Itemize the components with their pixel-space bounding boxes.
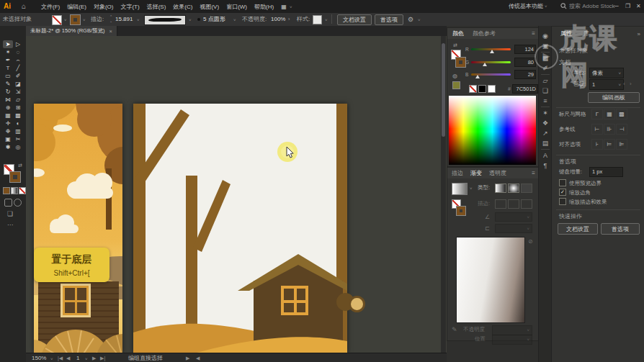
tool-pen[interactable]: ✒ bbox=[3, 56, 13, 64]
tool-artboard[interactable]: ▣ bbox=[3, 135, 13, 143]
artboard-number[interactable]: 1 bbox=[76, 356, 79, 361]
stroke-swatch[interactable] bbox=[71, 15, 80, 24]
pixel-grid-icon[interactable]: ▩ bbox=[616, 109, 627, 119]
white-swatch[interactable] bbox=[488, 85, 496, 93]
panel-menu-icon[interactable]: ≡ bbox=[532, 170, 535, 176]
tool-width[interactable]: ⋈ bbox=[3, 96, 13, 104]
opacity-value[interactable]: 100% bbox=[271, 17, 285, 22]
value-g[interactable]: 80 bbox=[514, 58, 536, 67]
snap-point-icon[interactable]: ⊫ bbox=[616, 139, 627, 150]
character-icon[interactable]: A bbox=[540, 151, 551, 160]
ruler-icon[interactable]: Γ bbox=[591, 109, 603, 119]
first-artboard-icon[interactable]: |◀ bbox=[58, 356, 63, 361]
menu-select[interactable]: 选择(S) bbox=[143, 3, 170, 11]
gradient-thumb-chevron-icon[interactable]: ˅ bbox=[470, 186, 473, 191]
asset-export-icon[interactable]: ↗ bbox=[540, 129, 551, 137]
panel-stroke-swatch[interactable] bbox=[456, 58, 465, 67]
checkbox-scale-strokes[interactable] bbox=[559, 198, 566, 205]
swap-fill-stroke-icon[interactable]: ⇄ bbox=[18, 163, 22, 168]
tool-hand[interactable]: ✱ bbox=[3, 143, 13, 151]
tool-symbol-sprayer[interactable]: ❉ bbox=[3, 127, 13, 135]
menu-file[interactable]: 文件(F) bbox=[37, 3, 63, 11]
gradient-thumb[interactable] bbox=[452, 183, 468, 195]
gradient-slider-preview[interactable] bbox=[456, 237, 525, 323]
slider-g[interactable] bbox=[471, 61, 511, 63]
magic-wand-icon[interactable]: ✶ bbox=[540, 109, 551, 117]
grid-icon[interactable]: ▦ bbox=[604, 109, 615, 119]
checkbox-scale-corners[interactable]: ✓ bbox=[559, 189, 566, 196]
tool-eyedropper[interactable]: ✛ bbox=[3, 119, 13, 127]
brush-preview[interactable] bbox=[144, 15, 186, 25]
tool-type[interactable]: T bbox=[3, 64, 13, 72]
none-mode-button[interactable] bbox=[19, 187, 26, 194]
artboard-main[interactable] bbox=[133, 104, 347, 353]
stock-search[interactable]: 搜索 Adobe Stock bbox=[560, 3, 615, 9]
stroke-weight-value[interactable]: 15.891 bbox=[115, 17, 133, 22]
tool-mesh[interactable]: ▦ bbox=[3, 112, 13, 119]
tool-shape-builder[interactable]: ⊕ bbox=[3, 104, 13, 112]
tool-rotate[interactable]: ↻ bbox=[3, 88, 13, 96]
layers-icon[interactable]: ❖ bbox=[540, 119, 551, 127]
lock-guides-icon[interactable]: ⊪ bbox=[604, 124, 615, 135]
smart-guides-icon[interactable]: ⊣ bbox=[616, 124, 627, 135]
brush-chevron-icon[interactable]: ˅ bbox=[189, 18, 192, 22]
menu-view[interactable]: 视图(V) bbox=[196, 3, 223, 11]
fill-chevron-icon[interactable]: ˅ bbox=[64, 18, 67, 22]
value-b[interactable]: 29 bbox=[514, 70, 536, 79]
next-artboard-icon[interactable]: ▶ bbox=[92, 356, 96, 361]
scroll-left-icon[interactable]: ◀ bbox=[196, 356, 200, 361]
slider-b[interactable] bbox=[471, 73, 511, 76]
align-icon[interactable]: ≡ bbox=[540, 96, 551, 105]
style-chevron-icon[interactable]: ˅ bbox=[325, 18, 328, 22]
gradient-type-linear[interactable] bbox=[495, 184, 506, 193]
tab-stroke[interactable]: 描边 bbox=[452, 169, 463, 177]
stroke-stepper[interactable]: ⌃⌄ bbox=[109, 14, 112, 23]
tool-paintbrush[interactable]: ✐ bbox=[13, 72, 23, 80]
tab-color-guide[interactable]: 颜色参考 bbox=[473, 30, 496, 37]
snap-grid-icon[interactable]: ⊦ bbox=[591, 139, 603, 150]
quick-document-setup-button[interactable]: 文档设置 bbox=[558, 223, 598, 235]
workspace-switcher[interactable]: 传统基本功能˅ bbox=[509, 4, 547, 9]
tool-zoom[interactable]: ◎ bbox=[13, 143, 23, 151]
checkbox-preview-bounds[interactable] bbox=[559, 179, 566, 186]
gradient-mode-button[interactable] bbox=[11, 187, 18, 194]
zoom-level[interactable]: 150% bbox=[32, 356, 46, 361]
web-safe-swatch[interactable] bbox=[452, 81, 460, 89]
menu-edit[interactable]: 编辑(E) bbox=[63, 3, 90, 11]
screen-mode-icon[interactable]: ❏ bbox=[7, 210, 13, 217]
tool-direct-selection[interactable]: ▷ bbox=[13, 40, 23, 48]
maximize-button[interactable]: ❐ bbox=[625, 4, 630, 9]
menu-type[interactable]: 文字(T) bbox=[117, 3, 143, 11]
tool-magic-wand[interactable]: ✶ bbox=[3, 48, 13, 56]
tool-scale[interactable]: ⇲ bbox=[13, 88, 23, 96]
more-tools-icon[interactable]: ⋯ bbox=[7, 222, 14, 228]
show-guides-icon[interactable]: ⊢ bbox=[591, 124, 603, 135]
minimize-button[interactable]: ─ bbox=[614, 4, 619, 9]
tool-line-segment[interactable]: ╱ bbox=[13, 64, 23, 72]
prev-artboard-icon[interactable]: ◀ bbox=[66, 356, 70, 361]
opacity-expand-icon[interactable]: › bbox=[288, 17, 290, 22]
brush-name[interactable]: 5 点圆形 bbox=[203, 17, 225, 22]
app-logo[interactable]: Ai bbox=[4, 2, 11, 10]
swap-colors-icon[interactable]: ⇄ bbox=[453, 42, 457, 48]
fill-swatch[interactable] bbox=[52, 15, 62, 25]
color-spectrum[interactable] bbox=[449, 96, 536, 165]
snap-pixel-icon[interactable]: ⊨ bbox=[604, 139, 615, 150]
tab-gradient[interactable]: 渐变 bbox=[470, 169, 482, 177]
menu-window[interactable]: 窗口(W) bbox=[223, 3, 251, 11]
stroke-weight-chevron-icon[interactable]: ˅ bbox=[137, 18, 140, 22]
color-mode-button[interactable] bbox=[3, 187, 10, 194]
tool-pencil[interactable]: ✎ bbox=[3, 80, 13, 88]
menu-help[interactable]: 帮助(H) bbox=[251, 3, 277, 11]
tool-eraser[interactable]: ◪ bbox=[13, 80, 23, 88]
tool-gradient[interactable]: ▩ bbox=[13, 112, 23, 119]
tool-blend[interactable]: ◐ bbox=[13, 119, 23, 127]
edit-artboards-button[interactable]: 编辑画板 bbox=[588, 92, 640, 103]
document-tab[interactable]: 未标题-2* @ 150% (RGB/预览) × bbox=[26, 26, 117, 36]
preferences-button[interactable]: 首选项 bbox=[375, 14, 403, 25]
tab-close-icon[interactable]: × bbox=[109, 28, 112, 35]
layout-switcher-icon[interactable]: ▦ ˅ bbox=[277, 4, 295, 10]
menu-effect[interactable]: 效果(C) bbox=[169, 3, 196, 11]
tool-column-graph[interactable]: ▥ bbox=[13, 127, 23, 135]
canvas[interactable]: 置于底层 Shift+Ctrl+[ bbox=[26, 36, 447, 353]
